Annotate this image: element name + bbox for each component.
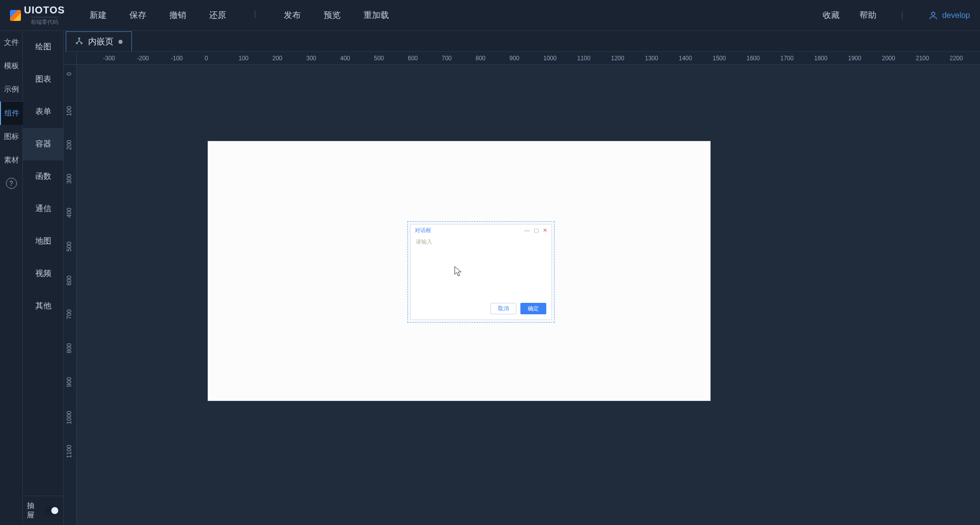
- ruler-h-tick: 1600: [746, 55, 760, 62]
- user-icon: [928, 10, 938, 20]
- ruler-h-tick: 1800: [814, 55, 828, 62]
- ruler-h-tick: 900: [509, 55, 519, 62]
- ruler-h-tick: 1700: [780, 55, 794, 62]
- ruler-h-tick: 1900: [848, 55, 861, 62]
- brand-subtitle: 前端零代码: [31, 17, 58, 26]
- ruler-h-tick: 1400: [679, 55, 692, 62]
- side1-templates[interactable]: 模板: [0, 54, 23, 78]
- menu-undo[interactable]: 撤销: [169, 9, 186, 21]
- cancel-button[interactable]: 取消: [490, 303, 516, 314]
- menu-publish[interactable]: 发布: [284, 9, 301, 21]
- ruler-h-tick: 1000: [543, 55, 557, 62]
- logo: UIOTOS 前端零代码: [10, 4, 65, 26]
- ruler-v-tick: 1100: [66, 445, 73, 458]
- ruler-v-tick: 200: [66, 140, 73, 150]
- right-menu: 收藏 帮助 | develop: [823, 9, 970, 21]
- dialog-component: 对话框 — ▢ ✕ 请输入 取消 确定: [410, 224, 552, 320]
- tab-embedded-page[interactable]: 内嵌页: [66, 31, 132, 51]
- drawer-label: 抽屉: [27, 501, 42, 520]
- menu-new[interactable]: 新建: [90, 9, 107, 21]
- ruler-h-tick: -300: [103, 55, 115, 62]
- ruler-h-tick: 1100: [577, 55, 591, 62]
- side2-other[interactable]: 其他: [23, 290, 63, 322]
- menu-restore[interactable]: 还原: [209, 9, 226, 21]
- tab-bar: 内嵌页: [64, 31, 980, 52]
- ruler-v-tick: 500: [66, 242, 73, 252]
- menu-help[interactable]: 帮助: [859, 9, 876, 21]
- ruler-v-tick: 300: [66, 174, 73, 184]
- side2-form[interactable]: 表单: [23, 96, 63, 128]
- minimize-icon[interactable]: —: [524, 227, 530, 234]
- ruler-v-tick: 0: [66, 72, 73, 76]
- menu-save[interactable]: 保存: [129, 9, 146, 21]
- side2-video[interactable]: 视频: [23, 258, 63, 290]
- drawer-toggle[interactable]: 抽屉: [23, 496, 63, 525]
- ruler-h-tick: 100: [239, 55, 248, 62]
- ruler-h-tick: -100: [171, 55, 183, 62]
- menu-preview[interactable]: 预览: [324, 9, 341, 21]
- ruler-v-tick: 700: [66, 309, 73, 319]
- ruler-h-tick: 1300: [645, 55, 658, 62]
- svg-point-0: [932, 12, 935, 15]
- secondary-sidebar: 绘图 图表 表单 容器 函数 通信 地图 视频 其他 抽屉: [23, 31, 64, 525]
- side2-function[interactable]: 函数: [23, 160, 63, 193]
- ruler-h-tick: 500: [374, 55, 384, 62]
- side1-icons[interactable]: 图标: [0, 125, 23, 148]
- menu-reload[interactable]: 重加载: [364, 9, 389, 21]
- dialog-titlebar[interactable]: 对话框 — ▢ ✕: [411, 225, 551, 236]
- maximize-icon[interactable]: ▢: [534, 227, 539, 234]
- main-menu: 新建 保存 撤销 还原 | 发布 预览 重加载: [90, 9, 389, 21]
- ruler-v-tick: 900: [66, 377, 73, 387]
- user-badge[interactable]: develop: [928, 10, 970, 20]
- help-icon[interactable]: ?: [6, 178, 17, 189]
- ruler-h-tick: 600: [408, 55, 418, 62]
- ruler-v-tick: 1000: [66, 411, 73, 424]
- side2-map[interactable]: 地图: [23, 225, 63, 258]
- side2-chart[interactable]: 图表: [23, 63, 63, 96]
- user-name: develop: [942, 11, 970, 20]
- side1-files[interactable]: 文件: [0, 31, 23, 54]
- tab-label: 内嵌页: [88, 36, 114, 47]
- svg-point-2: [76, 42, 78, 44]
- main-area: 内嵌页 -300-200-100010020030040050060070080…: [64, 31, 980, 525]
- dialog-footer: 取消 确定: [411, 299, 551, 319]
- ruler-h-tick: 2000: [882, 55, 895, 62]
- side1-examples[interactable]: 示例: [0, 78, 23, 101]
- ruler-v-tick: 600: [66, 275, 73, 285]
- ruler-v-tick: 100: [66, 106, 73, 116]
- menu-favorite[interactable]: 收藏: [823, 9, 840, 21]
- ruler-h-tick: 0: [205, 55, 208, 62]
- ruler-h-tick: 800: [476, 55, 486, 62]
- logo-icon: [10, 10, 21, 21]
- side1-materials[interactable]: 素材: [0, 148, 23, 172]
- ruler-corner: [64, 52, 77, 65]
- ruler-vertical: -200-10001002003004005006007008009001000…: [64, 65, 77, 525]
- close-icon[interactable]: ✕: [543, 227, 547, 234]
- side2-comm[interactable]: 通信: [23, 193, 63, 225]
- ruler-h-tick: 2200: [950, 55, 963, 62]
- dialog-selection[interactable]: 对话框 — ▢ ✕ 请输入 取消 确定: [407, 221, 555, 323]
- ruler-horizontal: -300-200-1000100200300400500600700800900…: [77, 52, 980, 65]
- ruler-h-tick: 2100: [916, 55, 929, 62]
- side2-container[interactable]: 容器: [23, 128, 63, 160]
- menu-separator: |: [254, 9, 256, 21]
- toggle-icon: [45, 506, 60, 515]
- dialog-placeholder: 请输入: [416, 239, 432, 245]
- ruler-h-tick: -200: [137, 55, 149, 62]
- svg-point-1: [79, 38, 80, 39]
- ruler-h-tick: 700: [442, 55, 452, 62]
- confirm-button[interactable]: 确定: [520, 303, 546, 314]
- ruler-h-tick: 1200: [611, 55, 624, 62]
- ruler-h-tick: 200: [272, 55, 282, 62]
- canvas[interactable]: -300-200-1000100200300400500600700800900…: [64, 52, 980, 525]
- dialog-body: 请输入: [411, 236, 551, 299]
- ruler-v-tick: 400: [66, 208, 73, 218]
- side2-drawing[interactable]: 绘图: [23, 31, 63, 63]
- primary-sidebar: 文件 模板 示例 组件 图标 素材 ?: [0, 31, 23, 525]
- ruler-v-tick: 800: [66, 343, 73, 353]
- menu-separator: |: [901, 11, 903, 20]
- dialog-title: 对话框: [415, 227, 431, 234]
- side1-components[interactable]: 组件: [0, 102, 23, 125]
- unsaved-dot-icon: [119, 40, 122, 44]
- ruler-h-tick: 400: [340, 55, 350, 62]
